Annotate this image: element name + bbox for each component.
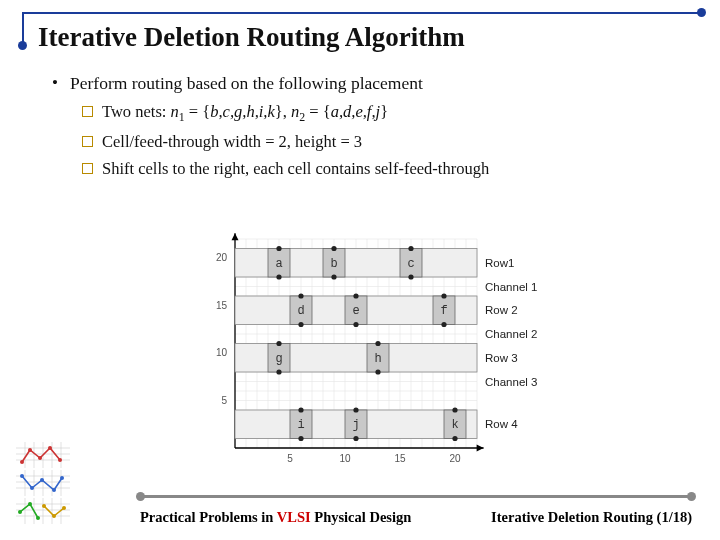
svg-text:f: f [440, 304, 447, 318]
svg-text:15: 15 [216, 300, 228, 311]
page-title: Iterative Deletion Routing Algorithm [38, 22, 465, 53]
text: }, [275, 102, 291, 121]
svg-point-64 [331, 274, 336, 279]
svg-point-88 [276, 369, 281, 374]
svg-point-106 [452, 436, 457, 441]
svg-point-68 [408, 274, 413, 279]
svg-text:10: 10 [339, 453, 351, 464]
svg-point-122 [28, 502, 32, 506]
sub-bullet-dims: Cell/feed-through width = 2, height = 3 [80, 129, 690, 155]
svg-marker-45 [477, 445, 484, 452]
svg-text:20: 20 [449, 453, 461, 464]
bullet-main: Perform routing based on the following p… [48, 70, 690, 97]
svg-point-78 [353, 322, 358, 327]
svg-point-92 [375, 369, 380, 374]
svg-text:g: g [275, 352, 282, 366]
svg-point-81 [441, 293, 446, 298]
footer: Practical Problems in VLSI Physical Desi… [140, 509, 692, 526]
graph-icon [16, 498, 70, 524]
svg-text:10: 10 [216, 347, 228, 358]
footer-left: Practical Problems in VLSI Physical Desi… [140, 509, 411, 526]
svg-text:a: a [275, 257, 282, 271]
svg-point-123 [36, 516, 40, 520]
svg-text:Row 3: Row 3 [485, 352, 518, 364]
svg-point-63 [331, 246, 336, 251]
svg-text:Channel 1: Channel 1 [485, 281, 537, 293]
svg-point-60 [276, 274, 281, 279]
svg-point-117 [30, 486, 34, 490]
svg-point-121 [18, 510, 22, 514]
svg-point-98 [298, 436, 303, 441]
svg-text:Row 2: Row 2 [485, 304, 518, 316]
svg-point-97 [298, 407, 303, 412]
svg-text:5: 5 [221, 395, 227, 406]
svg-point-112 [28, 448, 32, 452]
svg-text:Row 4: Row 4 [485, 418, 518, 430]
footer-right: Iterative Deletion Routing (1/18) [491, 509, 692, 526]
svg-point-74 [298, 322, 303, 327]
svg-point-67 [408, 246, 413, 251]
decorative-graph-icons [16, 442, 72, 526]
text: Practical Problems in [140, 509, 277, 525]
svg-point-114 [48, 446, 52, 450]
set-contents: b,c,g,h,i,k [210, 102, 275, 121]
svg-text:15: 15 [394, 453, 406, 464]
graph-icon [16, 442, 70, 468]
svg-text:b: b [330, 257, 337, 271]
text: = { [185, 102, 210, 121]
svg-text:c: c [407, 257, 414, 271]
sub-bullet-list: Two nets: n1 = {b,c,g,h,i,k}, n2 = {a,d,… [80, 99, 690, 182]
svg-text:5: 5 [287, 453, 293, 464]
set-contents: a,d,e,f,j [331, 102, 381, 121]
frame-dot-icon [18, 41, 27, 50]
svg-point-116 [20, 474, 24, 478]
decorative-frame-top [22, 12, 702, 14]
frame-dot-icon [697, 8, 706, 17]
text: Physical Design [311, 509, 412, 525]
svg-text:Row1: Row1 [485, 257, 514, 269]
svg-point-82 [441, 322, 446, 327]
svg-point-113 [38, 456, 42, 460]
svg-point-126 [62, 506, 66, 510]
sub-bullet-nets: Two nets: n1 = {b,c,g,h,i,k}, n2 = {a,d,… [80, 99, 690, 127]
svg-point-120 [60, 476, 64, 480]
svg-point-119 [52, 488, 56, 492]
svg-text:Channel 2: Channel 2 [485, 328, 537, 340]
text: Two nets: [102, 102, 171, 121]
svg-point-115 [58, 458, 62, 462]
svg-point-59 [276, 246, 281, 251]
svg-text:h: h [374, 352, 381, 366]
placement-diagram: 51015205101520abcRow1defRow 2ghRow 3ijkR… [195, 218, 565, 468]
text: = { [305, 102, 330, 121]
body-content: Perform routing based on the following p… [48, 70, 690, 182]
svg-text:Channel 3: Channel 3 [485, 376, 537, 388]
svg-marker-47 [232, 233, 239, 240]
svg-point-105 [452, 407, 457, 412]
var-n1: n [171, 102, 179, 121]
text: } [380, 102, 388, 121]
svg-point-73 [298, 293, 303, 298]
footer-divider [140, 495, 692, 498]
svg-text:20: 20 [216, 252, 228, 263]
vlsi-label: VLSI [277, 509, 311, 525]
sub-bullet-shift: Shift cells to the right, each cell cont… [80, 156, 690, 182]
svg-text:e: e [352, 304, 359, 318]
svg-point-125 [52, 514, 56, 518]
svg-point-77 [353, 293, 358, 298]
svg-text:k: k [451, 418, 458, 432]
svg-point-118 [40, 478, 44, 482]
svg-point-124 [42, 504, 46, 508]
graph-icon [16, 470, 70, 496]
svg-point-91 [375, 341, 380, 346]
svg-point-87 [276, 341, 281, 346]
svg-point-111 [20, 460, 24, 464]
svg-text:i: i [297, 418, 304, 432]
svg-text:j: j [352, 418, 359, 432]
var-n2: n [291, 102, 299, 121]
svg-point-101 [353, 407, 358, 412]
svg-text:d: d [297, 304, 304, 318]
svg-point-102 [353, 436, 358, 441]
